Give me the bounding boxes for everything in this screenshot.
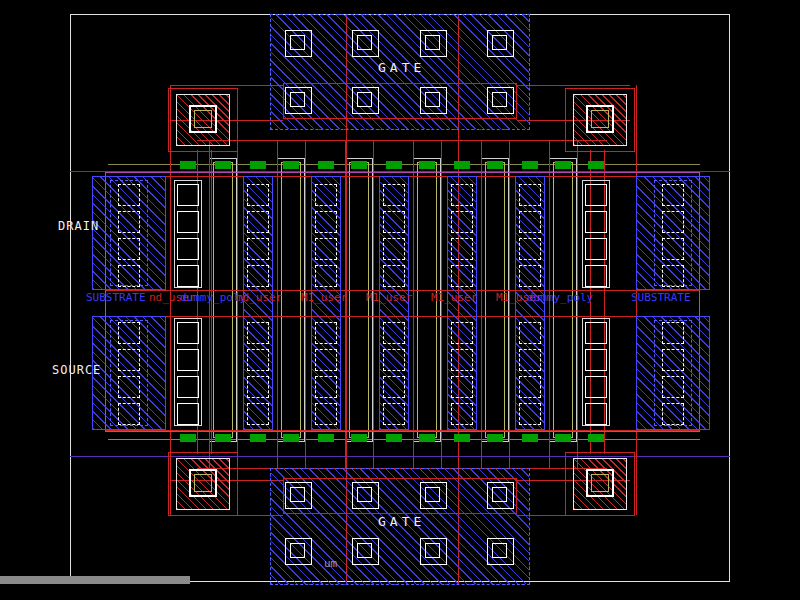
finger-contact [247,211,269,233]
finger-contact [247,238,269,260]
horizontal-scrollbar[interactable] [0,576,190,584]
green-marker-bottom-8 [454,434,470,442]
green-marker-bottom-1 [215,434,231,442]
dummy-contact [585,349,607,371]
drain-pad-contact [118,265,140,287]
dummy-contact [585,184,607,206]
green-marker-top-3 [283,161,299,169]
net-label-0: SUBSTRATE [86,291,146,304]
drain-pad-contact [118,184,140,206]
gate-contact-inner [290,92,305,107]
gate-contact-inner [425,487,440,502]
net-label-5: M1_user [366,291,412,304]
finger-contact [383,403,405,425]
finger-contact [247,265,269,287]
net-label-9: SUBSTRATE [631,291,691,304]
dummy-contact [177,322,199,344]
finger-contact [383,322,405,344]
net-label-3: md_user [236,291,282,304]
green-marker-bottom-12 [588,434,604,442]
green-marker-top-4 [318,161,334,169]
green-marker-bottom-9 [487,434,503,442]
finger-contact [247,403,269,425]
finger-contact [383,184,405,206]
finger-contact [315,349,337,371]
finger-contact [451,376,473,398]
green-marker-bottom-4 [318,434,334,442]
source-pad-contact [662,322,684,344]
green-marker-top-11 [555,161,571,169]
green-marker-bottom-5 [351,434,367,442]
dummy-contact [585,376,607,398]
source-pad-contact [118,322,140,344]
finger-contact [315,211,337,233]
gate-contact-inner [492,487,507,502]
green-marker-top-8 [454,161,470,169]
corner-pad-core-top-left [194,110,212,128]
finger-contact [519,349,541,371]
source-pad-contact [662,349,684,371]
green-marker-bottom-7 [419,434,435,442]
red-gate-line-h-1 [517,85,630,86]
gate-contact-inner [425,543,440,558]
drain-pad-contact [662,238,684,260]
finger-contact [519,403,541,425]
net-label-4: M1_user [301,291,347,304]
dummy-contact [585,265,607,287]
finger-contact [451,211,473,233]
dummy-contact [585,403,607,425]
finger-contact [315,403,337,425]
finger-contact [383,376,405,398]
gate-contact-inner [492,35,507,50]
finger-contact [519,211,541,233]
green-marker-top-5 [351,161,367,169]
finger-contact [451,322,473,344]
gate-contact-inner [357,487,372,502]
green-marker-bottom-10 [522,434,538,442]
source-pad-contact [118,349,140,371]
finger-contact [519,184,541,206]
green-marker-top-1 [215,161,231,169]
gate-contact-inner [357,35,372,50]
dummy-contact [585,322,607,344]
dummy-contact [177,403,199,425]
finger-contact [247,184,269,206]
corner-pad-core-bottom-left [194,474,212,492]
finger-contact [519,322,541,344]
finger-contact [383,211,405,233]
green-marker-top-0 [180,161,196,169]
gate-contact-inner [425,92,440,107]
finger-contact [247,349,269,371]
corner-pad-core-bottom-right [591,474,609,492]
dummy-contact [585,211,607,233]
gate-contact-inner [492,92,507,107]
label-source: SOURCE [52,363,101,377]
finger-contact [451,349,473,371]
dummy-contact [585,238,607,260]
source-pad-contact [662,376,684,398]
source-pad-contact [118,376,140,398]
green-marker-top-9 [487,161,503,169]
green-marker-bottom-0 [180,434,196,442]
finger-contact [519,265,541,287]
drain-pad-contact [118,238,140,260]
finger-contact [247,322,269,344]
finger-contact [451,403,473,425]
red-gate-line-h-12 [197,140,607,141]
dummy-contact [177,349,199,371]
drain-pad-contact [662,211,684,233]
gate-pad-red-ring-top [283,83,517,119]
finger-contact [315,376,337,398]
gate-contact-inner [357,543,372,558]
label-drain: DRAIN [58,219,99,233]
corner-pad-core-top-right [591,110,609,128]
green-marker-bottom-3 [283,434,299,442]
label-unit: um [324,557,337,570]
green-marker-top-2 [250,161,266,169]
layout-canvas[interactable]: DRAIN SOURCE um GATEGATESUBSTRATEnd_user… [0,0,800,600]
finger-contact [519,376,541,398]
finger-contact [383,238,405,260]
gate-contact-inner [357,92,372,107]
gate-contact-inner [425,35,440,50]
dummy-contact [177,376,199,398]
